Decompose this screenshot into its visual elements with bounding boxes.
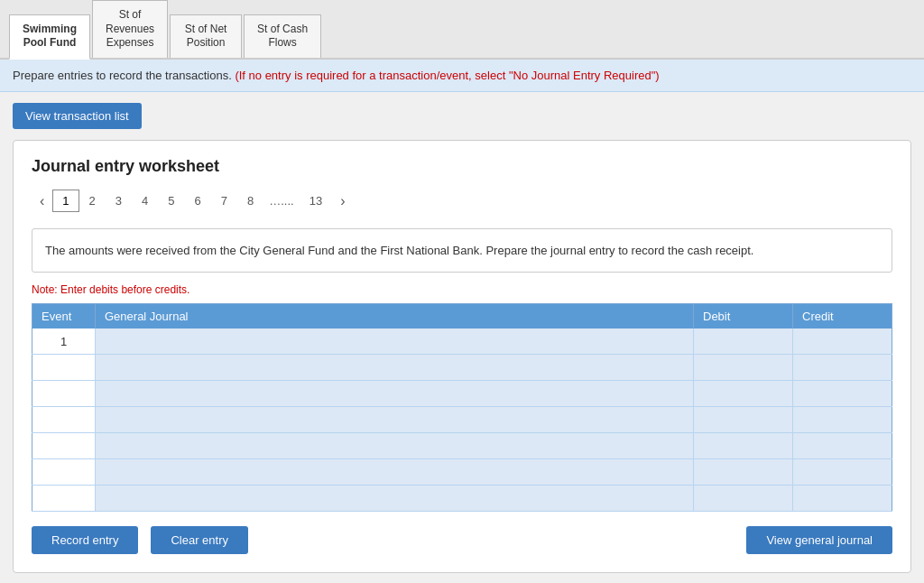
table-row: 1	[32, 329, 892, 355]
credit-input[interactable]	[793, 407, 892, 432]
info-red-text: (If no entry is required for a transacti…	[235, 69, 659, 82]
page-7[interactable]: 7	[211, 190, 237, 212]
debit-input[interactable]	[694, 486, 792, 511]
page-5[interactable]: 5	[158, 190, 184, 212]
debit-cell[interactable]	[694, 355, 793, 381]
credit-input[interactable]	[793, 486, 892, 511]
record-entry-button[interactable]: Record entry	[32, 526, 138, 554]
credit-input[interactable]	[793, 355, 892, 380]
credit-cell[interactable]	[793, 433, 892, 459]
info-plain-text: Prepare entries to record the transactio…	[13, 69, 235, 82]
event-cell	[32, 486, 96, 512]
debit-cell[interactable]	[694, 329, 793, 355]
page-dots: …....	[263, 190, 299, 211]
credit-input[interactable]	[793, 459, 892, 485]
table-row	[32, 433, 892, 459]
tab-revenues[interactable]: St of Revenues Expenses	[92, 0, 168, 58]
event-cell	[32, 459, 96, 486]
event-cell	[32, 407, 96, 433]
event-cell: 1	[32, 329, 96, 355]
journal-cell[interactable]	[96, 486, 694, 512]
debit-cell[interactable]	[694, 486, 793, 512]
debit-input[interactable]	[694, 355, 792, 380]
bottom-buttons: Record entry Clear entry View general jo…	[32, 526, 892, 554]
info-bar: Prepare entries to record the transactio…	[0, 60, 924, 92]
journal-input[interactable]	[96, 355, 693, 380]
card-title: Journal entry worksheet	[32, 157, 892, 176]
journal-input[interactable]	[96, 433, 693, 458]
journal-table: Event General Journal Debit Credit 1	[32, 303, 892, 512]
debit-input[interactable]	[694, 433, 792, 458]
view-general-journal-button[interactable]: View general journal	[746, 526, 892, 554]
description-text: The amounts were received from the City …	[45, 244, 753, 257]
credit-input[interactable]	[793, 433, 892, 458]
tabs-bar: Swimming Pool FundSt of Revenues Expense…	[0, 0, 924, 60]
pagination-next[interactable]: ›	[332, 189, 353, 214]
table-row	[32, 407, 892, 433]
debit-input[interactable]	[694, 459, 792, 485]
page-8[interactable]: 8	[237, 190, 263, 212]
event-cell	[32, 355, 96, 381]
view-transaction-button[interactable]: View transaction list	[13, 103, 142, 129]
credit-cell[interactable]	[793, 329, 892, 355]
event-cell	[32, 433, 96, 459]
table-row	[32, 459, 892, 486]
clear-entry-button[interactable]: Clear entry	[151, 526, 248, 554]
credit-cell[interactable]	[793, 459, 892, 486]
credit-cell[interactable]	[793, 381, 892, 407]
table-row	[32, 381, 892, 407]
page-3[interactable]: 3	[106, 190, 132, 212]
credit-input[interactable]	[793, 381, 892, 406]
debit-cell[interactable]	[694, 459, 793, 486]
credit-input[interactable]	[793, 329, 892, 354]
journal-card: Journal entry worksheet ‹ 1 2 3 4 5 6 7 …	[13, 140, 911, 574]
page-6[interactable]: 6	[185, 190, 211, 212]
journal-cell[interactable]	[96, 329, 694, 355]
journal-input[interactable]	[96, 486, 693, 511]
page-2[interactable]: 2	[79, 190, 106, 212]
credit-cell[interactable]	[793, 407, 892, 433]
pagination-prev[interactable]: ‹	[32, 189, 52, 214]
event-cell	[32, 381, 96, 407]
journal-input[interactable]	[96, 381, 693, 406]
debit-cell[interactable]	[694, 407, 793, 433]
col-header-event: Event	[32, 304, 96, 329]
journal-cell[interactable]	[96, 407, 694, 433]
debit-cell[interactable]	[694, 381, 793, 407]
journal-cell[interactable]	[96, 381, 694, 407]
debit-input[interactable]	[694, 381, 792, 406]
credit-cell[interactable]	[793, 486, 892, 512]
description-box: The amounts were received from the City …	[32, 228, 892, 273]
page-4[interactable]: 4	[132, 190, 158, 212]
debit-cell[interactable]	[694, 433, 793, 459]
note-text: Note: Enter debits before credits.	[32, 283, 892, 296]
journal-cell[interactable]	[96, 355, 694, 381]
col-header-credit: Credit	[793, 304, 892, 329]
page-13[interactable]: 13	[300, 190, 332, 212]
col-header-journal: General Journal	[96, 304, 694, 329]
table-row	[32, 486, 892, 512]
tab-net[interactable]: St of Net Position	[170, 14, 242, 58]
debit-input[interactable]	[694, 329, 792, 354]
tab-cash[interactable]: St of Cash Flows	[244, 14, 321, 58]
tab-swimming[interactable]: Swimming Pool Fund	[9, 14, 90, 60]
debit-input[interactable]	[694, 407, 792, 432]
journal-input[interactable]	[96, 459, 693, 485]
journal-cell[interactable]	[96, 433, 694, 459]
table-row	[32, 355, 892, 381]
journal-input[interactable]	[96, 407, 693, 432]
credit-cell[interactable]	[793, 355, 892, 381]
page-1[interactable]: 1	[52, 190, 79, 212]
col-header-debit: Debit	[694, 304, 793, 329]
journal-cell[interactable]	[96, 459, 694, 486]
journal-input[interactable]	[96, 329, 693, 354]
pagination: ‹ 1 2 3 4 5 6 7 8 ….... 13 ›	[32, 189, 892, 214]
